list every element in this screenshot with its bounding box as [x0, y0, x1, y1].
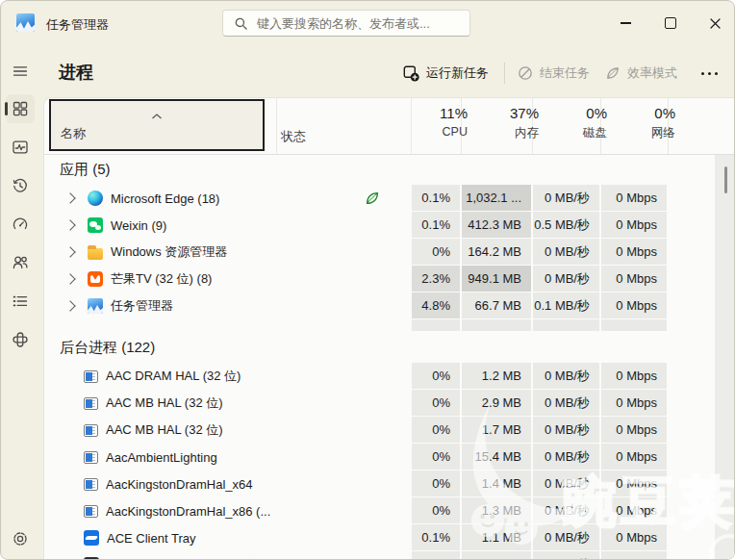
- cell-mem[interactable]: 2.9 MB: [461, 390, 532, 417]
- process-name-cell[interactable]: ACE Client Tray: [44, 524, 276, 551]
- cell-net[interactable]: 0 Mbps: [600, 293, 668, 319]
- search-input[interactable]: [255, 15, 451, 32]
- maximize-button[interactable]: [651, 9, 690, 38]
- cell-mem[interactable]: 412.3 MB: [461, 212, 532, 239]
- cell-mem[interactable]: 15.4 MB: [461, 444, 532, 471]
- cell-cpu[interactable]: 2.3%: [411, 266, 461, 293]
- process-name-cell[interactable]: 任务管理器: [44, 293, 276, 319]
- process-row[interactable]: Windows 资源管理器0%164.2 MB0 MB/秒0 Mbps: [44, 239, 734, 266]
- column-header-network[interactable]: 0%网络: [651, 105, 675, 141]
- process-row[interactable]: AAC MB HAL (32 位)0%2.9 MB0 MB/秒0 Mbps: [44, 390, 734, 417]
- scrollbar-track[interactable]: [715, 155, 734, 559]
- cell-mem[interactable]: 66.7 MB: [461, 293, 532, 319]
- process-name-cell[interactable]: 芒果TV (32 位) (8): [44, 266, 276, 293]
- process-row[interactable]: AacAmbientLighting0%15.4 MB0 MB/秒0 Mbps: [44, 444, 734, 471]
- process-row[interactable]: ACE Client Tray0.1%1.1 MB0 MB/秒0 Mbps: [44, 524, 734, 551]
- cell-disk[interactable]: 0.1 MB/秒: [532, 293, 600, 319]
- scrollbar-thumb[interactable]: [724, 166, 727, 193]
- sidebar-item-services[interactable]: [6, 325, 35, 354]
- cell-cpu[interactable]: 0.1%: [411, 185, 461, 212]
- cell-mem[interactable]: 2.3 MB: [461, 551, 532, 559]
- expand-chevron-icon[interactable]: [64, 246, 75, 257]
- end-task-button[interactable]: 结束任务: [518, 61, 590, 86]
- process-name-cell[interactable]: AAC MB HAL (32 位): [44, 417, 276, 444]
- process-name-cell[interactable]: AacKingstonDramHal_x86 (...: [44, 497, 276, 524]
- cell-disk[interactable]: [532, 319, 600, 332]
- cell-cpu[interactable]: 0.1%: [411, 212, 461, 239]
- cell-mem[interactable]: 1.2 MB: [461, 363, 532, 390]
- cell-mem[interactable]: 1.4 MB: [461, 471, 532, 497]
- cell-net[interactable]: 0 Mbps: [600, 417, 668, 444]
- sidebar-item-performance[interactable]: [6, 133, 35, 162]
- expand-chevron-icon[interactable]: [64, 273, 75, 284]
- cell-disk[interactable]: 0 MB/秒: [532, 471, 600, 497]
- cell-mem[interactable]: 1.7 MB: [461, 417, 532, 444]
- cell-cpu[interactable]: 0.1%: [411, 524, 461, 551]
- minimize-button[interactable]: [606, 9, 645, 38]
- cell-net[interactable]: [600, 319, 668, 332]
- process-name-cell[interactable]: Microsoft Edge (18): [44, 185, 276, 212]
- cell-disk[interactable]: 0 MB/秒: [532, 363, 600, 390]
- column-header-cpu[interactable]: 11%CPU: [440, 105, 468, 139]
- search-box[interactable]: [222, 10, 470, 37]
- process-row[interactable]: 芒果TV (32 位) (8)2.3%949.1 MB0 MB/秒0 Mbps: [44, 266, 734, 293]
- cell-cpu[interactable]: 0%: [411, 239, 461, 266]
- process-row[interactable]: AacKingstonDramHal_x640%1.4 MB0 MB/秒0 Mb…: [44, 471, 734, 497]
- cell-net[interactable]: 0 Mbps: [600, 363, 668, 390]
- cell-mem[interactable]: [461, 319, 532, 332]
- group-header[interactable]: 后台进程 (122): [44, 332, 734, 363]
- cell-net[interactable]: 0 Mbps: [600, 551, 668, 559]
- sidebar-item-details[interactable]: [6, 287, 35, 316]
- process-name-cell[interactable]: AacAmbientLighting: [44, 444, 276, 471]
- cell-mem[interactable]: 164.2 MB: [461, 239, 532, 266]
- cell-mem[interactable]: 1.3 MB: [461, 497, 532, 524]
- cell-cpu[interactable]: 0%: [411, 497, 461, 524]
- close-button[interactable]: [696, 9, 734, 38]
- cell-net[interactable]: 0 Mbps: [600, 524, 668, 551]
- cell-cpu[interactable]: 0%: [411, 471, 461, 497]
- process-row[interactable]: AAC DRAM HAL (32 位)0%1.2 MB0 MB/秒0 Mbps: [44, 363, 734, 390]
- column-header-disk[interactable]: 0%磁盘: [583, 105, 607, 141]
- column-header-memory[interactable]: 37%内存: [510, 105, 539, 141]
- process-row[interactable]: Weixin (9)0.1%412.3 MB0.5 MB/秒0 Mbps: [44, 212, 734, 239]
- process-name-cell[interactable]: AcPowerNotification (32 位): [44, 551, 276, 559]
- efficiency-mode-button[interactable]: 效率模式: [605, 61, 677, 86]
- cell-net[interactable]: 0 Mbps: [600, 212, 668, 239]
- sidebar-item-processes[interactable]: [6, 94, 35, 123]
- process-name-cell[interactable]: Weixin (9): [44, 212, 276, 239]
- cell-disk[interactable]: 0 MB/秒: [532, 417, 600, 444]
- sidebar-item-users[interactable]: [6, 248, 35, 277]
- settings-button[interactable]: [6, 524, 35, 553]
- cell-mem[interactable]: 1.1 MB: [461, 524, 532, 551]
- group-header[interactable]: 应用 (5): [44, 154, 734, 185]
- cell-disk[interactable]: 0 MB/秒: [532, 390, 600, 417]
- column-header-name[interactable]: 名称: [49, 99, 265, 151]
- process-name-cell[interactable]: AacKingstonDramHal_x64: [44, 471, 276, 497]
- cell-cpu[interactable]: 0%: [411, 551, 461, 559]
- run-new-task-button[interactable]: 运行新任务: [403, 61, 489, 86]
- process-row[interactable]: 任务管理器4.8%66.7 MB0.1 MB/秒0 Mbps: [44, 293, 734, 319]
- cell-net[interactable]: 0 Mbps: [600, 185, 668, 212]
- cell-net[interactable]: 0 Mbps: [600, 390, 668, 417]
- process-row[interactable]: AAC MB HAL (32 位)0%1.7 MB0 MB/秒0 Mbps: [44, 417, 734, 444]
- column-header-status[interactable]: 状态: [281, 128, 306, 145]
- expand-chevron-icon[interactable]: [64, 192, 75, 203]
- expand-chevron-icon[interactable]: [64, 300, 75, 311]
- cell-mem[interactable]: 1,032.1 ...: [461, 185, 532, 212]
- cell-cpu[interactable]: 0%: [411, 444, 461, 471]
- cell-net[interactable]: 0 Mbps: [600, 266, 668, 293]
- cell-cpu[interactable]: 0%: [411, 390, 461, 417]
- cell-disk[interactable]: 0 MB/秒: [532, 524, 600, 551]
- cell-cpu[interactable]: 4.8%: [411, 293, 461, 319]
- cell-disk[interactable]: 0 MB/秒: [532, 444, 600, 471]
- process-name-cell[interactable]: AAC DRAM HAL (32 位): [44, 363, 276, 390]
- cell-net[interactable]: 0 Mbps: [600, 497, 668, 524]
- process-row[interactable]: AacKingstonDramHal_x86 (...0%1.3 MB0 MB/…: [44, 497, 734, 524]
- cell-disk[interactable]: 0 MB/秒: [532, 266, 600, 293]
- sidebar-item-app-history[interactable]: [6, 171, 35, 200]
- cell-disk[interactable]: 0 MB/秒: [532, 185, 600, 212]
- cell-cpu[interactable]: 0%: [411, 417, 461, 444]
- cell-disk[interactable]: 0 MB/秒: [532, 239, 600, 266]
- cell-disk[interactable]: 0 MB/秒: [532, 551, 600, 559]
- cell-disk[interactable]: 0.5 MB/秒: [532, 212, 600, 239]
